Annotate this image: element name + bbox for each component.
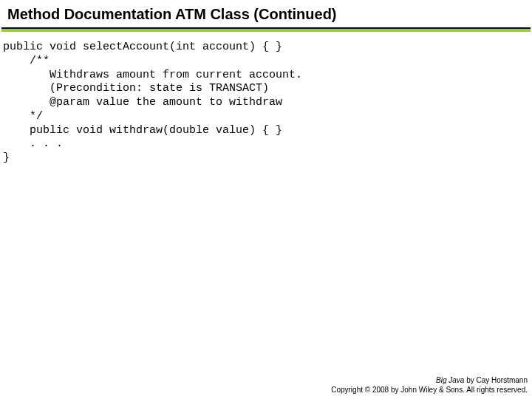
slide-title: Method Documentation ATM Class (Continue… (7, 6, 525, 23)
code-line: /** (3, 55, 50, 67)
footer: Big Java by Cay Horstmann Copyright © 20… (331, 375, 528, 395)
code-line: @param value the amount to withdraw (3, 96, 282, 109)
code-line: */ (3, 110, 43, 123)
code-line: (Precondition: state is TRANSACT) (3, 82, 269, 95)
code-line: public void withdraw(double value) { } (3, 124, 282, 137)
title-rule-accent (1, 29, 531, 32)
code-line: public void selectAccount(int account) {… (3, 41, 282, 53)
code-line: . . . (3, 137, 63, 150)
code-block: public void selectAccount(int account) {… (0, 41, 532, 166)
code-line: } (3, 151, 10, 164)
footer-author: by Cay Horstmann (464, 376, 528, 384)
footer-book: Big Java (436, 376, 464, 384)
footer-copyright: Copyright © 2008 by John Wiley & Sons. A… (331, 385, 528, 395)
code-line: Withdraws amount from current account. (3, 69, 302, 81)
